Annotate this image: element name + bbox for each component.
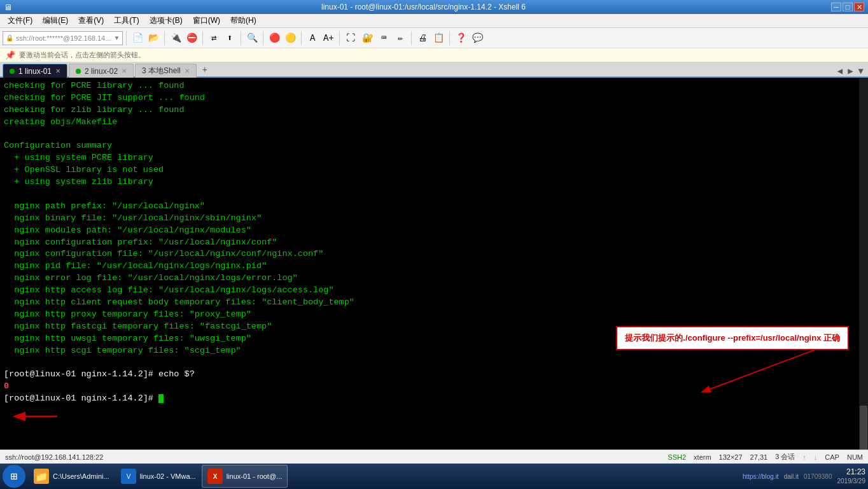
add-tab-button[interactable]: + — [198, 64, 212, 76]
toolbar-separator-9 — [449, 31, 450, 45]
tab-close-1[interactable]: ✕ — [55, 67, 60, 74]
close-button[interactable]: ✕ — [854, 3, 864, 11]
status-position: 27,31 — [750, 453, 768, 461]
taskbar-url: https://blog.it — [743, 473, 779, 480]
terminal-container[interactable]: checking for PCRE library ... foundcheck… — [0, 78, 868, 464]
tab-close-3[interactable]: ✕ — [185, 67, 190, 74]
tab-menu-button[interactable]: ▼ — [857, 66, 865, 76]
info-text: 要激动当前会话，点击左侧的箭头按钮。 — [19, 50, 145, 60]
help-button[interactable]: ❓ — [453, 31, 468, 46]
connect-button[interactable]: 🔌 — [168, 31, 183, 46]
tab-dot-2 — [76, 69, 81, 74]
toolbar-separator-2 — [164, 31, 165, 45]
tab-next-button[interactable]: ▶ — [846, 66, 855, 76]
print2-button[interactable]: 📋 — [431, 31, 446, 46]
color-button[interactable]: 🔴 — [267, 31, 282, 46]
menu-tools[interactable]: 工具(T) — [109, 14, 144, 27]
menu-file[interactable]: 文件(F) — [3, 14, 38, 27]
scrollbar-thumb[interactable] — [860, 406, 867, 457]
tab-prev-button[interactable]: ◀ — [836, 66, 844, 76]
chat-button[interactable]: 💬 — [470, 31, 485, 46]
term-line-2: checking for PCRE JIT support ... found — [4, 92, 864, 104]
tab-label-3: 3 本地Shell — [142, 66, 181, 76]
taskbar-vmware[interactable]: V linux-02 - VMwa... — [115, 465, 202, 488]
toolbar-separator-6 — [301, 31, 302, 45]
term-line-25: [root@linux-01 nginx-1.14.2]# echo $? — [4, 369, 864, 381]
taskbar-explorer-label: C:\Users\Admini... — [53, 472, 109, 480]
term-line-27: [root@linux-01 nginx-1.14.2]# — [4, 393, 864, 405]
font-size-button[interactable]: A+ — [321, 31, 336, 46]
terminal-output: checking for PCRE library ... foundcheck… — [4, 80, 864, 405]
term-line-5 — [4, 129, 864, 141]
toolbar-group-3: ⇄ ⬆ — [206, 31, 237, 46]
tab-close-2[interactable]: ✕ — [122, 67, 127, 74]
taskbar-file-explorer[interactable]: 📁 C:\Users\Admini... — [28, 465, 115, 488]
fullscreen-button[interactable]: ⛶ — [343, 31, 358, 46]
search-button[interactable]: 🔍 — [244, 31, 260, 46]
tab-local-shell[interactable]: 3 本地Shell ✕ — [135, 64, 197, 78]
menu-edit[interactable]: 编辑(E) — [38, 14, 73, 27]
tab-linux-01[interactable]: 1 linux-01 ✕ — [3, 64, 67, 78]
disconnect-button[interactable]: ⛔ — [184, 31, 199, 46]
terminal[interactable]: checking for PCRE library ... foundcheck… — [0, 78, 868, 464]
minimize-button[interactable]: ─ — [831, 3, 841, 11]
title-controls: ─ □ ✕ — [831, 3, 864, 11]
start-button[interactable]: ⊞ — [3, 465, 25, 488]
dropdown-arrow-icon: ▼ — [113, 34, 120, 41]
svg-text:X: X — [213, 473, 217, 480]
tab-dot-1 — [10, 69, 15, 74]
status-bar: ssh://root@192.168.141.128:22 SSH2 xterm… — [0, 450, 868, 464]
term-line-9: + using system zlib library — [4, 176, 864, 188]
toolbar-separator-1 — [126, 31, 127, 45]
file-explorer-icon: 📁 — [34, 469, 49, 484]
term-line-1: checking for PCRE library ... found — [4, 80, 864, 92]
clock-date: 2019/3/29 — [837, 477, 866, 485]
palette-button[interactable]: 🟡 — [283, 31, 298, 46]
new-session-button[interactable]: 📄 — [130, 31, 145, 46]
menu-view[interactable]: 查看(V) — [73, 14, 109, 27]
term-line-14: nginx configuration prefix: "/usr/local/… — [4, 237, 864, 249]
info-bar: 📌 要激动当前会话，点击左侧的箭头按钮。 — [0, 48, 868, 62]
toolbar-group-1: 📄 📂 — [130, 31, 161, 46]
window-title: linux-01 - root@linux-01:/usr/local/src/… — [16, 3, 831, 11]
open-button[interactable]: 📂 — [146, 31, 161, 46]
maximize-button[interactable]: □ — [843, 3, 853, 11]
scrollbar[interactable] — [859, 78, 868, 464]
menu-window[interactable]: 窗口(W) — [188, 14, 225, 27]
status-ssh-address: ssh://root@192.168.141.128:22 — [5, 453, 103, 461]
taskbar: ⊞ 📁 C:\Users\Admini... V linux-02 - VMwa… — [0, 464, 868, 489]
annotation-text: 提示我们提示的./configure --prefix=/usr/local/n… — [625, 333, 840, 343]
toolbar-group-5: A A+ — [305, 31, 336, 46]
lock-button[interactable]: 🔐 — [360, 31, 375, 46]
main-window: 🖥 linux-01 - root@linux-01:/usr/local/sr… — [0, 0, 868, 464]
toolbar-separator-7 — [339, 31, 340, 45]
term-line-26: 0 — [4, 381, 864, 393]
tab-linux-02[interactable]: 2 linux-02 ✕ — [69, 64, 134, 78]
clock-time: 21:23 — [837, 467, 866, 478]
print-button[interactable]: 🖨 — [415, 31, 430, 46]
term-line-17: nginx error log file: "/usr/local/nginx/… — [4, 273, 864, 285]
toolbar: 🔒 ssh://root:******@192.168.14... ▼ 📄 📂 … — [0, 28, 868, 48]
font-button[interactable]: A — [305, 31, 320, 46]
windows-icon: ⊞ — [11, 469, 18, 483]
ssh-session-selector[interactable]: 🔒 ssh://root:******@192.168.14... ▼ — [3, 31, 123, 45]
upload-button[interactable]: ⬆ — [222, 31, 237, 46]
term-line-3: checking for zlib library ... found — [4, 104, 864, 117]
term-line-16: nginx pid file: "/usr/local/nginx/logs/n… — [4, 260, 864, 273]
status-size: 132×27 — [719, 453, 743, 461]
taskbar-right: https://blog.it dail.it 01709380 21:23 2… — [743, 467, 865, 486]
term-line-24 — [4, 357, 864, 369]
term-line-6: Configuration summary — [4, 140, 864, 152]
keyboard-button[interactable]: ⌨ — [376, 31, 391, 46]
taskbar-xshell[interactable]: X linux-01 - root@... — [202, 465, 288, 488]
term-line-10 — [4, 188, 864, 201]
menu-help[interactable]: 帮助(H) — [225, 14, 262, 27]
menu-tabs[interactable]: 选项卡(B) — [144, 14, 188, 27]
transfer-button[interactable]: ⇄ — [206, 31, 221, 46]
taskbar-id: 01709380 — [804, 473, 832, 480]
term-line-4: creating objs/Makefile — [4, 117, 864, 129]
status-bar-right: SSH2 xterm 132×27 27,31 3 会话 ↑ ↓ CAP NUM — [668, 452, 863, 462]
pen-button[interactable]: ✏ — [393, 31, 408, 46]
xshell-logo-icon: X — [209, 470, 221, 483]
title-bar: 🖥 linux-01 - root@linux-01:/usr/local/sr… — [0, 0, 868, 14]
